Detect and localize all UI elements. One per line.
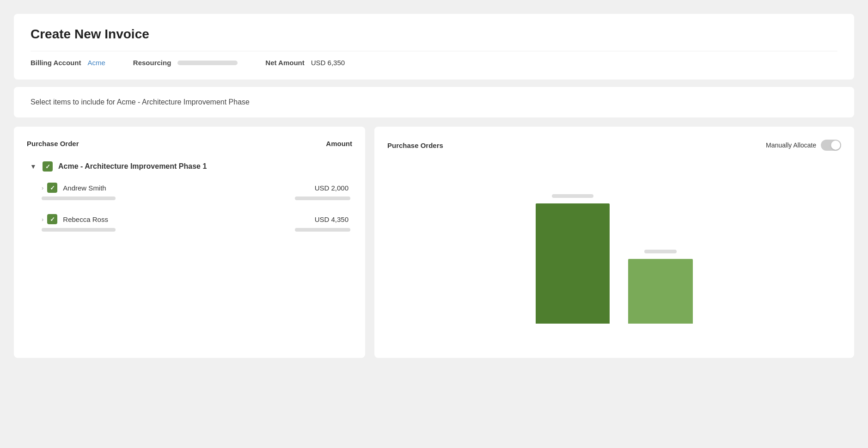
andrew-skeleton-right	[295, 196, 350, 200]
expand-rebecca-icon[interactable]: ›	[42, 216, 43, 223]
manually-allocate-toggle[interactable]	[821, 140, 841, 151]
resourcing-label: Resourcing	[133, 59, 171, 67]
resourcing-skeleton	[177, 61, 238, 65]
bar-chart	[387, 162, 841, 324]
bar1-skeleton-top	[552, 194, 593, 198]
net-amount-label: Net Amount	[265, 59, 304, 67]
panel-header: Purchase Order Amount	[27, 140, 352, 147]
bar-1	[536, 203, 610, 324]
bar-group-2	[628, 250, 693, 324]
rebecca-skeleton-row	[27, 228, 352, 232]
po-main-name: Acme - Architecture Improvement Phase 1	[58, 162, 207, 171]
main-content: Purchase Order Amount ▼ Acme - Architect…	[14, 127, 854, 358]
rebecca-checkbox[interactable]	[47, 214, 57, 224]
manually-allocate-group: Manually Allocate	[766, 140, 841, 151]
andrew-amount: USD 2,000	[315, 184, 350, 192]
billing-account-item: Billing Account Acme	[31, 59, 105, 67]
sub-row-andrew: › Andrew Smith USD 2,000	[27, 176, 352, 196]
page-title: Create New Invoice	[31, 27, 837, 42]
andrew-name: Andrew Smith	[63, 184, 314, 192]
rebecca-name: Rebecca Ross	[63, 215, 314, 223]
rebecca-amount: USD 4,350	[315, 215, 350, 223]
right-panel-header: Purchase Orders Manually Allocate	[387, 140, 841, 151]
collapse-icon[interactable]: ▼	[29, 162, 38, 171]
bar-group-1	[536, 194, 610, 324]
toggle-knob	[831, 141, 840, 150]
left-panel: Purchase Order Amount ▼ Acme - Architect…	[14, 127, 365, 358]
po-column-header: Purchase Order	[27, 140, 79, 147]
amount-column-header: Amount	[326, 140, 352, 147]
expand-andrew-icon[interactable]: ›	[42, 184, 43, 191]
net-amount-item: Net Amount USD 6,350	[265, 59, 345, 67]
select-section-text: Select items to include for Acme - Archi…	[31, 98, 250, 106]
bar2-skeleton-top	[644, 250, 677, 253]
rebecca-skeleton-left	[42, 228, 116, 232]
po-main-row: ▼ Acme - Architecture Improvement Phase …	[27, 157, 352, 176]
andrew-skeleton-row	[27, 196, 352, 200]
purchase-orders-title: Purchase Orders	[387, 141, 443, 149]
andrew-skeleton-left	[42, 196, 116, 200]
billing-account-value[interactable]: Acme	[87, 59, 105, 67]
bar-2	[628, 259, 693, 324]
sub-row-rebecca: › Rebecca Ross USD 4,350	[27, 208, 352, 228]
page-wrapper: Create New Invoice Billing Account Acme …	[14, 14, 854, 358]
rebecca-skeleton-right	[295, 228, 350, 232]
billing-account-label: Billing Account	[31, 59, 81, 67]
po-checkbox[interactable]	[43, 161, 53, 172]
andrew-checkbox[interactable]	[47, 183, 57, 193]
right-panel: Purchase Orders Manually Allocate	[374, 127, 854, 358]
select-section: Select items to include for Acme - Archi…	[14, 87, 854, 117]
manually-allocate-label: Manually Allocate	[766, 141, 816, 149]
net-amount-value: USD 6,350	[311, 59, 345, 67]
resourcing-item: Resourcing	[133, 59, 238, 67]
title-section: Create New Invoice Billing Account Acme …	[14, 14, 854, 80]
summary-bar: Billing Account Acme Resourcing Net Amou…	[31, 51, 837, 67]
